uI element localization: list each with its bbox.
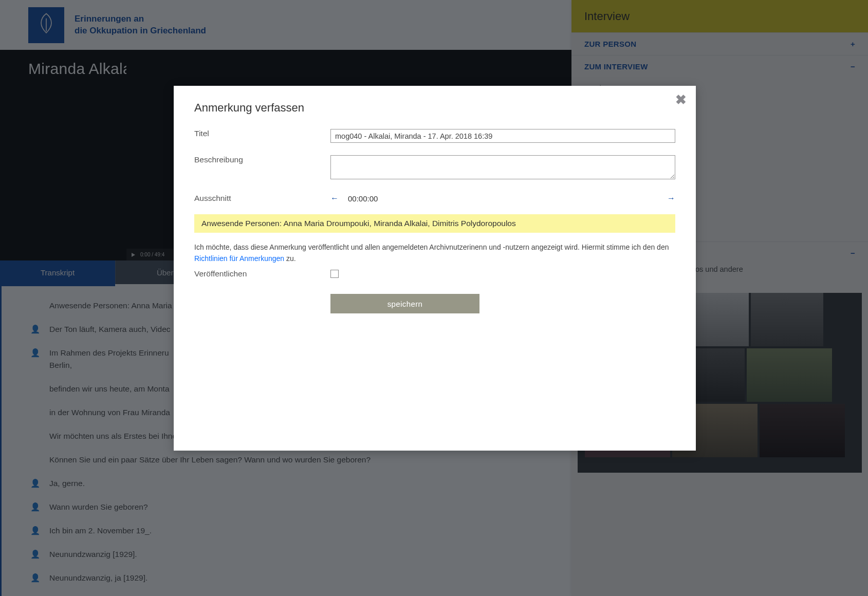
label-publish: Veröffentlichen <box>194 269 330 278</box>
label-title: Titel <box>194 129 330 138</box>
publish-checkbox[interactable] <box>330 270 339 278</box>
close-icon[interactable]: ✖ <box>675 92 687 108</box>
label-description: Beschreibung <box>194 155 330 164</box>
label-clip: Ausschnitt <box>194 194 330 203</box>
modal-heading: Anmerkung verfassen <box>194 101 675 115</box>
description-textarea[interactable] <box>330 155 675 179</box>
arrow-right-icon[interactable]: → <box>667 194 675 203</box>
guidelines-link[interactable]: Richtlinien für Anmerkungen <box>194 254 284 263</box>
save-button[interactable]: speichern <box>330 294 479 313</box>
clip-transcript-highlight: Anwesende Personen: Anna Maria Droumpouk… <box>194 214 675 233</box>
arrow-left-icon[interactable]: ← <box>330 194 339 203</box>
title-input[interactable] <box>330 129 675 143</box>
note-modal: ✖ Anmerkung verfassen Titel Beschreibung… <box>174 86 696 451</box>
clip-time: 00:00:00 <box>348 194 378 203</box>
consent-text: Ich möchte, dass diese Anmerkung veröffe… <box>194 242 675 264</box>
